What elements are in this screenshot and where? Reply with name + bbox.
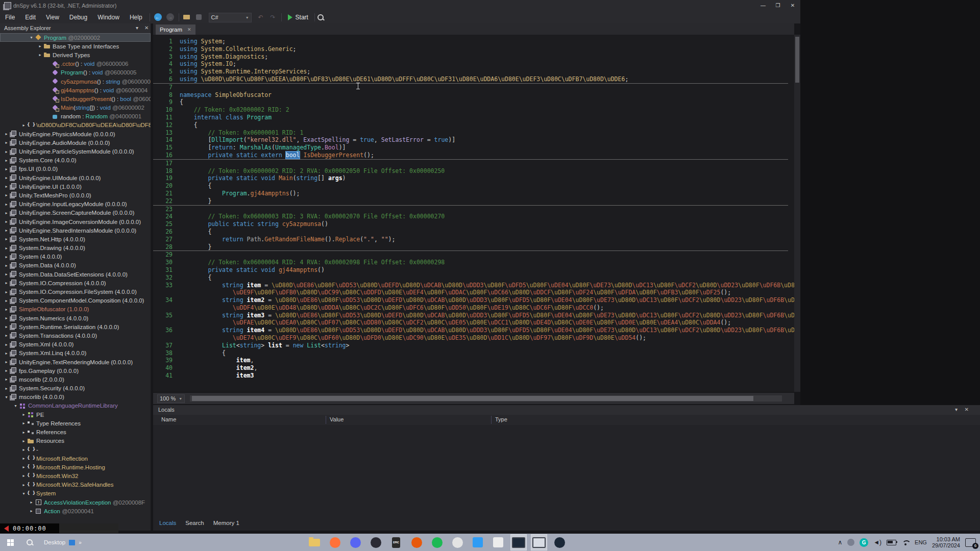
tree-item[interactable]: ▸System.Numerics (4.0.0.0) — [0, 314, 151, 322]
close-button[interactable]: ✕ — [787, 2, 799, 10]
tree-item[interactable]: ▸- — [0, 445, 151, 454]
tree-item[interactable]: ▸Derived Types — [0, 51, 151, 59]
wifi-icon[interactable] — [901, 540, 910, 545]
taskbar-app-discord[interactable] — [348, 535, 363, 550]
tree-item[interactable]: ▸System.IO.Compression (4.0.0.0) — [0, 279, 151, 287]
taskbar-app-flame-app[interactable] — [409, 535, 424, 550]
open-file-icon[interactable] — [182, 13, 192, 22]
tray-app-icon[interactable] — [847, 539, 854, 546]
tree-item[interactable]: ▸UnityEngine.ScreenCaptureModule (0.0.0.… — [0, 209, 151, 217]
expander-icon[interactable]: ▸ — [3, 290, 10, 294]
column-type[interactable]: Type — [495, 416, 507, 422]
zoom-level-combobox[interactable]: 100 % ▼ — [157, 394, 185, 403]
tree-item[interactable]: ▸UnityEngine.AudioModule (0.0.0.0) — [0, 138, 151, 147]
expander-icon[interactable]: ▸ — [20, 456, 27, 461]
tree-item[interactable]: ▸UnityEngine.InputLegacyModule (0.0.0.0) — [0, 200, 151, 209]
tool-tab-memory-1[interactable]: Memory 1 — [213, 520, 239, 526]
column-name[interactable]: Name — [161, 416, 176, 422]
expander-icon[interactable]: ▾ — [12, 404, 19, 408]
tree-item[interactable]: random : Random @04000001 — [0, 112, 151, 121]
tab-close-icon[interactable]: ✕ — [187, 27, 191, 32]
expander-icon[interactable]: ▸ — [3, 386, 10, 391]
tree-item[interactable]: ▸\uD80D\uDF8C\uD80F\uDEEA\uD80F\uDF83\uD… — [0, 121, 151, 130]
tree-item[interactable]: ▸System.IO.Compression.FileSystem (4.0.0… — [0, 287, 151, 296]
tree-item[interactable]: ▸AccessViolationException @0200008F — [0, 498, 151, 507]
notification-center-icon[interactable]: 6 — [965, 538, 976, 547]
tree-item[interactable]: ▸Microsoft.Win32 — [0, 471, 151, 480]
tree-item[interactable]: ▸Resources — [0, 437, 151, 445]
expander-icon[interactable]: ▸ — [3, 263, 10, 268]
tree-item[interactable]: ▾CommonLanguageRuntimeLibrary — [0, 402, 151, 410]
tree-item[interactable]: ▸System.Core (4.0.0.0) — [0, 156, 151, 165]
taskbar-app-epic-games[interactable]: EPIC — [388, 535, 404, 550]
tree-item[interactable]: ▸System.Drawing (4.0.0.0) — [0, 244, 151, 253]
expander-icon[interactable]: ▸ — [37, 53, 43, 57]
geforce-icon[interactable]: G — [860, 538, 868, 547]
tree-item[interactable]: ▸System.Xml (4.0.0.0) — [0, 340, 151, 349]
taskbar-app-firefox[interactable] — [327, 535, 342, 550]
tree-item[interactable]: ▸System.Data (4.0.0.0) — [0, 261, 151, 270]
expander-icon[interactable]: ▸ — [3, 176, 10, 180]
navigate-forward-icon[interactable]: → — [165, 13, 176, 22]
column-divider[interactable] — [491, 416, 492, 424]
start-menu-button[interactable] — [0, 534, 20, 551]
tree-item[interactable]: ▸UnityEngine.UI (1.0.0.0) — [0, 182, 151, 191]
expander-icon[interactable]: ▸ — [28, 500, 35, 505]
tree-item[interactable]: ▸System.Net.Http (4.0.0.0) — [0, 235, 151, 243]
language-indicator[interactable]: ENG — [915, 539, 927, 545]
menu-view[interactable]: View — [41, 11, 64, 23]
expander-icon[interactable]: ▸ — [20, 473, 27, 478]
tree-item[interactable]: ▸System.Xml.Linq (4.0.0.0) — [0, 349, 151, 358]
tree-item[interactable]: IsDebuggerPresent() : bool @06000001 — [0, 94, 151, 103]
tree-item[interactable]: ▸UnityEngine.ImageConversionModule (0.0.… — [0, 217, 151, 226]
expander-icon[interactable]: ▸ — [3, 298, 10, 303]
tree-item[interactable]: ▸System.ComponentModel.Composition (4.0.… — [0, 296, 151, 305]
panel-menu-icon[interactable]: ▾ — [955, 407, 958, 412]
tree-item[interactable]: ▸fps.Gameplay (0.0.0.0) — [0, 366, 151, 375]
expander-icon[interactable]: ▸ — [20, 430, 27, 435]
tree-item[interactable]: ▸Microsoft.Runtime.Hosting — [0, 463, 151, 471]
panel-close-icon[interactable]: ✕ — [144, 25, 149, 31]
expander-icon[interactable]: ▸ — [3, 202, 10, 207]
taskbar-app-vscode[interactable] — [470, 535, 485, 550]
tab-program[interactable]: Program ✕ — [156, 24, 195, 35]
expander-icon[interactable]: ▸ — [3, 368, 10, 373]
expander-icon[interactable]: ▸ — [3, 316, 10, 320]
navigate-back-icon[interactable]: ← — [153, 13, 163, 22]
tree-item[interactable]: ▸System.Data.DataSetExtensions (4.0.0.0) — [0, 270, 151, 279]
taskbar-app-file-explorer[interactable] — [307, 535, 322, 550]
taskbar-app-dark-red-app[interactable] — [368, 535, 383, 550]
tree-item[interactable]: ▸System.Transactions (4.0.0.0) — [0, 331, 151, 340]
taskbar-app-explorer-window[interactable] — [531, 535, 547, 550]
scrollbar-thumb[interactable] — [192, 396, 753, 401]
expander-icon[interactable]: ▾ — [20, 491, 27, 496]
expander-icon[interactable]: ▸ — [3, 211, 10, 215]
menu-edit[interactable]: Edit — [20, 11, 41, 23]
expander-icon[interactable]: ▸ — [3, 132, 10, 136]
battery-icon[interactable] — [887, 540, 896, 545]
assembly-tree[interactable]: ▾Program @02000002▸Base Type and Interfa… — [0, 33, 151, 531]
tree-item[interactable]: ▸PE — [0, 410, 151, 419]
tree-item[interactable]: ▸Base Type and Interfaces — [0, 42, 151, 51]
expander-icon[interactable]: ▸ — [20, 123, 27, 128]
tool-tab-locals[interactable]: Locals — [159, 520, 176, 526]
expander-icon[interactable]: ▸ — [3, 307, 10, 312]
expander-icon[interactable]: ▾ — [28, 35, 35, 40]
menu-help[interactable]: Help — [125, 11, 148, 23]
minimize-button[interactable]: — — [757, 2, 769, 10]
menu-file[interactable]: File — [0, 11, 20, 23]
tree-item[interactable]: ▸UnityEngine.PhysicsModule (0.0.0.0) — [0, 130, 151, 138]
tree-item[interactable]: ▸UnityEngine.ParticleSystemModule (0.0.0… — [0, 147, 151, 156]
tree-item[interactable]: ▸Microsoft.Reflection — [0, 454, 151, 463]
expander-icon[interactable]: ▸ — [3, 342, 10, 347]
tree-item[interactable]: ▸UnityEngine.TextRenderingModule (0.0.0.… — [0, 358, 151, 366]
tree-item[interactable]: ▸Type References — [0, 419, 151, 428]
tree-item[interactable]: ▾System — [0, 489, 151, 498]
expander-icon[interactable]: ▸ — [3, 140, 10, 145]
tree-item[interactable]: ▸References — [0, 428, 151, 436]
taskbar-clock[interactable]: 10:03 AM 29/07/2024 — [932, 536, 960, 548]
expander-icon[interactable]: ▸ — [28, 509, 35, 513]
start-debug-button[interactable]: Start — [284, 14, 312, 21]
scrollbar-thumb[interactable] — [795, 37, 799, 83]
tree-item[interactable]: ▸fps.UI (0.0.0.0) — [0, 165, 151, 173]
